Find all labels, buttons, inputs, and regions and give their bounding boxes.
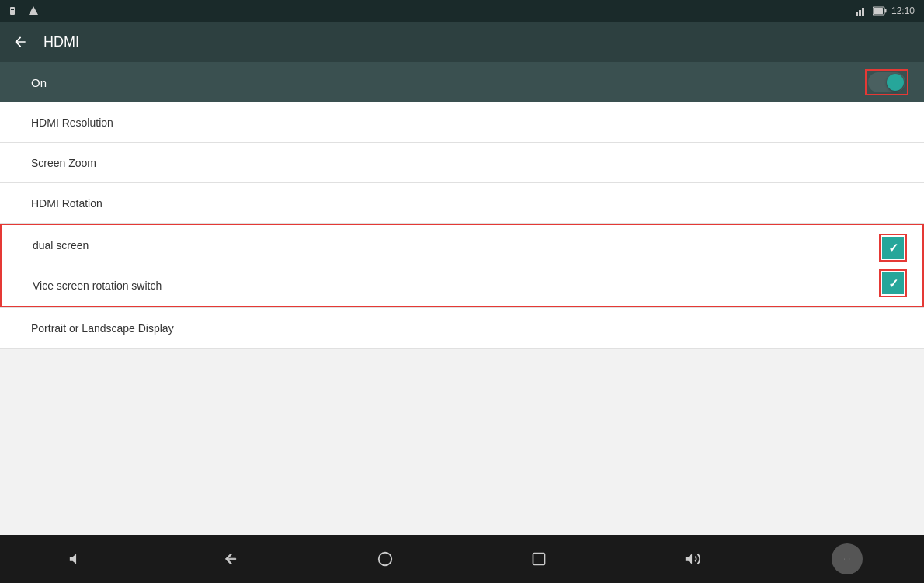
vice-screen-label: Vice screen rotation switch <box>33 279 162 292</box>
recent-apps-nav-icon[interactable] <box>523 543 554 574</box>
volume-off-nav-icon[interactable] <box>61 543 92 574</box>
on-row: On <box>0 62 924 102</box>
hdmi-toggle[interactable] <box>868 72 905 92</box>
svg-marker-8 <box>70 554 76 564</box>
screen-zoom-item[interactable]: Screen Zoom <box>0 143 924 183</box>
svg-rect-1 <box>11 9 14 10</box>
portrait-landscape-label: Portrait or Landscape Display <box>31 322 174 335</box>
volume-up-nav-icon[interactable] <box>677 543 708 574</box>
hdmi-resolution-item[interactable]: HDMI Resolution <box>0 102 924 143</box>
svg-rect-12 <box>844 559 845 560</box>
battery-icon <box>873 6 887 16</box>
vice-screen-item[interactable]: Vice screen rotation switch <box>2 265 863 306</box>
status-bar-right: 12:10 <box>856 5 915 16</box>
clock: 12:10 <box>891 5 915 16</box>
status-bar-left <box>9 5 39 16</box>
dual-screen-checkbox-wrapper <box>879 234 907 262</box>
svg-rect-3 <box>859 10 861 16</box>
toggle-highlight-border <box>865 69 908 95</box>
svg-rect-7 <box>884 9 886 13</box>
dual-screen-checkbox[interactable] <box>882 237 904 259</box>
portrait-landscape-item[interactable]: Portrait or Landscape Display <box>0 308 924 349</box>
content-area: HDMI Resolution Screen Zoom HDMI Rotatio… <box>0 102 924 535</box>
empty-space <box>0 349 924 504</box>
camera-nav-button[interactable] <box>832 543 863 574</box>
svg-rect-4 <box>862 8 864 16</box>
svg-rect-2 <box>856 12 858 16</box>
signal-icon <box>856 6 868 16</box>
home-nav-icon[interactable] <box>370 543 401 574</box>
header: HDMI <box>0 22 924 62</box>
toggle-knob <box>887 74 904 91</box>
svg-rect-10 <box>533 554 545 565</box>
svg-point-9 <box>379 553 392 566</box>
vice-screen-checkbox-wrapper <box>879 269 907 297</box>
hdmi-rotation-label: HDMI Rotation <box>31 197 102 210</box>
svg-marker-11 <box>686 554 692 564</box>
page-title: HDMI <box>43 34 79 50</box>
highlighted-labels-section: dual screen Vice screen rotation switch <box>0 224 863 307</box>
notification-icon <box>28 5 39 16</box>
dual-screen-item[interactable]: dual screen <box>2 225 863 265</box>
highlighted-checkboxes-section <box>863 224 924 307</box>
screen-zoom-label: Screen Zoom <box>31 157 96 169</box>
svg-rect-0 <box>10 7 15 15</box>
status-bar: 12:10 <box>0 0 924 22</box>
back-nav-icon[interactable] <box>215 543 246 574</box>
hdmi-rotation-item[interactable]: HDMI Rotation <box>0 183 924 224</box>
vice-screen-checkbox[interactable] <box>882 272 904 294</box>
dual-screen-label: dual screen <box>33 239 89 252</box>
hdmi-resolution-label: HDMI Resolution <box>31 116 113 129</box>
sim-icon <box>9 5 22 16</box>
back-button[interactable] <box>12 34 28 50</box>
on-label: On <box>31 76 47 89</box>
nav-bar <box>0 535 924 583</box>
svg-rect-6 <box>874 8 883 14</box>
